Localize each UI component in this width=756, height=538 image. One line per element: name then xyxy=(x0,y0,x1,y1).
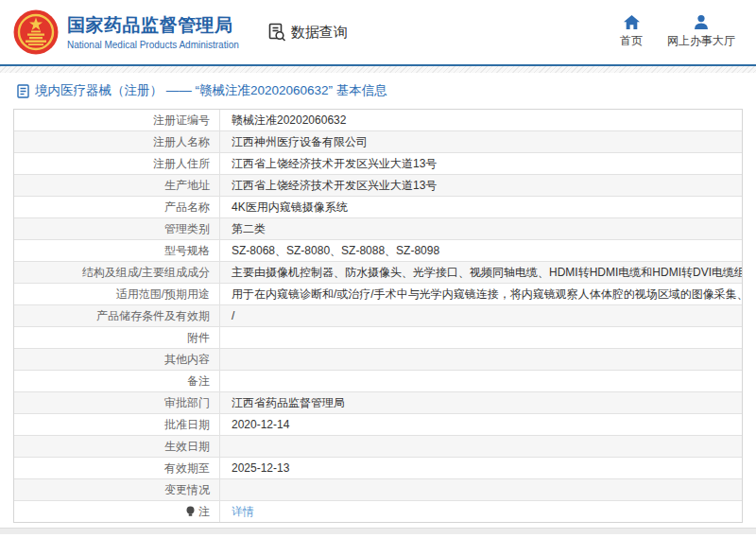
row-label: 生产地址 xyxy=(14,175,220,196)
row-value: 2020-12-14 xyxy=(220,414,742,435)
row-value: 江西神州医疗设备有限公司 xyxy=(220,131,742,152)
table-row: 附件 xyxy=(14,326,742,348)
detail-link[interactable]: 详情 xyxy=(232,505,254,518)
row-value xyxy=(220,349,742,370)
row-label: 型号规格 xyxy=(14,240,220,261)
header-divider-strip xyxy=(0,66,756,73)
row-value: 江西省上饶经济技术开发区兴业大道13号 xyxy=(220,153,742,174)
row-label: 变更情况 xyxy=(14,479,220,500)
table-row: 结构及组成/主要组成成分 主要由摄像机控制器、防水摄像头、光学接口、视频同轴电缆… xyxy=(14,261,742,283)
site-title-block: 国家药品监督管理局 National Medical Products Admi… xyxy=(67,14,239,50)
row-value xyxy=(220,371,742,391)
row-value: 江西省上饶经济技术开发区兴业大道13号 xyxy=(220,175,742,196)
table-row: 注册人住所 江西省上饶经济技术开发区兴业大道13号 xyxy=(14,152,742,174)
data-query-icon xyxy=(267,23,286,42)
row-label: 生效日期 xyxy=(14,436,220,457)
nav-label-home: 首页 xyxy=(620,33,643,49)
row-label-text: 产品名称 xyxy=(164,197,210,217)
nav-item-service-hall[interactable]: 网上办事大厅 xyxy=(667,15,735,49)
table-row: 产品储存条件及有效期 / xyxy=(14,304,742,326)
row-value: / xyxy=(220,305,742,326)
row-label: 附件 xyxy=(14,327,220,348)
home-icon xyxy=(624,15,640,29)
row-label-text: 结构及组成/主要组成成分 xyxy=(82,262,210,283)
row-label: 管理类别 xyxy=(14,218,220,239)
table-row: 注 详情 xyxy=(14,500,742,522)
nav-label-service-hall: 网上办事大厅 xyxy=(667,33,735,49)
row-label-text: 审批部门 xyxy=(164,392,210,413)
row-value xyxy=(220,327,742,348)
data-query-nav[interactable]: 数据查询 xyxy=(267,23,348,42)
row-label-text: 变更情况 xyxy=(164,479,210,500)
row-label-text: 管理类别 xyxy=(164,218,210,239)
row-label-text: 适用范围/预期用途 xyxy=(116,284,210,304)
table-row: 审批部门 江西省药品监督管理局 xyxy=(14,391,742,413)
row-label: 产品储存条件及有效期 xyxy=(14,305,220,326)
table-row: 生效日期 xyxy=(14,435,742,457)
top-nav: 首页 网上办事大厅 xyxy=(620,15,741,49)
site-subtitle: National Medical Products Administration xyxy=(67,40,239,50)
note-icon xyxy=(185,506,196,517)
breadcrumb: 境内医疗器械（注册） —— “赣械注准20202060632” 基本信息 xyxy=(0,73,756,107)
row-label-text: 注册人住所 xyxy=(153,153,210,174)
row-label: 审批部门 xyxy=(14,392,220,413)
table-row: 其他内容 xyxy=(14,348,742,370)
row-label-text: 注 xyxy=(198,501,210,522)
table-row: 生产地址 江西省上饶经济技术开发区兴业大道13号 xyxy=(14,174,742,196)
row-label: 其他内容 xyxy=(14,349,220,370)
row-label: 注 xyxy=(14,501,220,522)
row-label-text: 注册人名称 xyxy=(153,131,210,152)
row-label-text: 其他内容 xyxy=(164,349,210,370)
table-row: 变更情况 xyxy=(14,478,742,500)
row-label: 注册人住所 xyxy=(14,153,220,174)
info-table: 注册证编号 赣械注准20202060632 注册人名称 江西神州医疗设备有限公司 xyxy=(13,109,743,523)
document-icon xyxy=(17,84,29,98)
row-label-text: 备注 xyxy=(187,371,210,391)
row-value: 第二类 xyxy=(220,218,742,239)
row-label-text: 有效期至 xyxy=(164,458,210,478)
data-query-label: 数据查询 xyxy=(291,24,348,42)
row-label-text: 型号规格 xyxy=(164,240,210,261)
row-value: 用于在内窥镜诊断和/或治疗/手术中与光学内窥镜连接，将内窥镜观察人体体腔的视场区… xyxy=(220,284,742,304)
row-value: 详情 xyxy=(220,501,742,522)
row-value: 赣械注准20202060632 xyxy=(220,110,742,130)
row-label-text: 产品储存条件及有效期 xyxy=(96,305,210,326)
row-label-text: 生效日期 xyxy=(164,436,210,457)
table-row: 有效期至 2025-12-13 xyxy=(14,457,742,478)
row-value xyxy=(220,479,742,500)
row-value: 4K医用内窥镜摄像系统 xyxy=(220,197,742,217)
row-label: 备注 xyxy=(14,371,220,391)
row-value: 2025-12-13 xyxy=(220,458,742,478)
row-label: 批准日期 xyxy=(14,414,220,435)
row-label: 结构及组成/主要组成成分 xyxy=(14,262,220,283)
table-row: 批准日期 2020-12-14 xyxy=(14,413,742,435)
row-value: 江西省药品监督管理局 xyxy=(220,392,742,413)
table-row: 备注 xyxy=(14,370,742,391)
table-row: 产品名称 4K医用内窥镜摄像系统 xyxy=(14,196,742,217)
row-label-text: 注册证编号 xyxy=(153,110,210,130)
site-header: 国家药品监督管理局 National Medical Products Admi… xyxy=(0,0,756,66)
national-emblem-icon xyxy=(13,9,59,55)
row-value: SZ-8068、SZ-8080、SZ-8088、SZ-8098 xyxy=(220,240,742,261)
row-label: 产品名称 xyxy=(14,197,220,217)
row-label: 注册证编号 xyxy=(14,110,220,130)
table-row: 型号规格 SZ-8068、SZ-8080、SZ-8088、SZ-8098 xyxy=(14,239,742,261)
row-label: 适用范围/预期用途 xyxy=(14,284,220,304)
row-label-text: 生产地址 xyxy=(164,175,210,196)
row-value xyxy=(220,436,742,457)
table-row: 注册人名称 江西神州医疗设备有限公司 xyxy=(14,130,742,152)
table-row: 管理类别 第二类 xyxy=(14,217,742,239)
row-label-text: 批准日期 xyxy=(164,414,210,435)
table-row: 注册证编号 赣械注准20202060632 xyxy=(14,110,742,130)
footer-strip xyxy=(0,528,756,534)
user-icon xyxy=(694,15,709,29)
row-value: 主要由摄像机控制器、防水摄像头、光学接口、视频同轴电缆、HDMI转HDMI电缆和… xyxy=(220,262,742,283)
row-label: 有效期至 xyxy=(14,458,220,478)
nav-item-home[interactable]: 首页 xyxy=(620,15,643,49)
row-label-text: 附件 xyxy=(187,327,210,348)
table-row: 适用范围/预期用途 用于在内窥镜诊断和/或治疗/手术中与光学内窥镜连接，将内窥镜… xyxy=(14,283,742,304)
breadcrumb-text: 境内医疗器械（注册） —— “赣械注准20202060632” 基本信息 xyxy=(35,82,387,99)
row-label: 注册人名称 xyxy=(14,131,220,152)
site-title: 国家药品监督管理局 xyxy=(67,14,239,37)
nmpa-emblem-logo[interactable] xyxy=(13,9,59,55)
